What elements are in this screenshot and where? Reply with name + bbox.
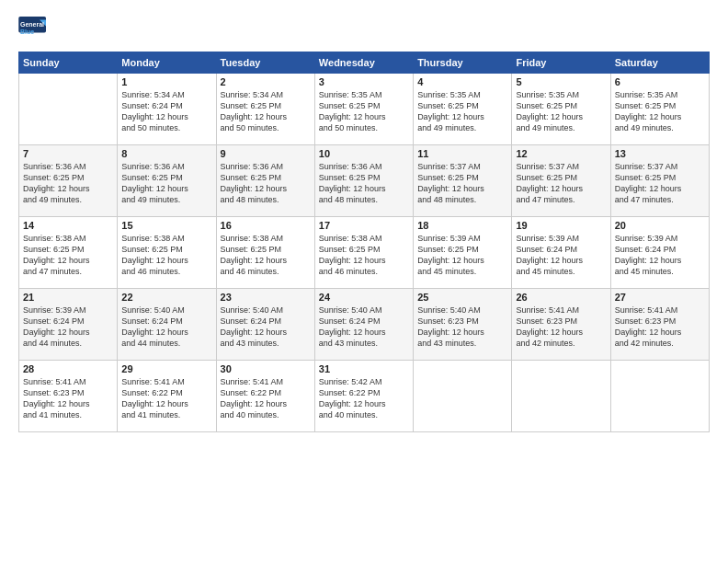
calendar-cell: 24Sunrise: 5:40 AM Sunset: 6:24 PM Dayli… xyxy=(314,289,413,361)
week-row-4: 21Sunrise: 5:39 AM Sunset: 6:24 PM Dayli… xyxy=(19,289,710,361)
day-info: Sunrise: 5:42 AM Sunset: 6:22 PM Dayligh… xyxy=(319,376,409,421)
calendar-cell: 13Sunrise: 5:37 AM Sunset: 6:25 PM Dayli… xyxy=(610,145,709,217)
calendar-cell: 2Sunrise: 5:34 AM Sunset: 6:25 PM Daylig… xyxy=(216,74,314,145)
day-number: 19 xyxy=(516,220,606,231)
day-number: 8 xyxy=(121,148,211,159)
day-number: 24 xyxy=(319,292,409,303)
calendar-cell: 17Sunrise: 5:38 AM Sunset: 6:25 PM Dayli… xyxy=(314,217,413,289)
header: General Blue xyxy=(18,17,710,42)
calendar-cell: 30Sunrise: 5:41 AM Sunset: 6:22 PM Dayli… xyxy=(216,361,314,432)
calendar-page: General Blue SundayMondayTuesdayWednesda… xyxy=(0,0,728,563)
calendar-cell xyxy=(19,74,118,145)
calendar-cell xyxy=(610,361,709,432)
calendar-cell: 27Sunrise: 5:41 AM Sunset: 6:23 PM Dayli… xyxy=(610,289,709,361)
day-number: 27 xyxy=(615,292,705,303)
calendar-cell: 21Sunrise: 5:39 AM Sunset: 6:24 PM Dayli… xyxy=(19,289,118,361)
calendar-cell: 18Sunrise: 5:39 AM Sunset: 6:25 PM Dayli… xyxy=(414,217,512,289)
day-info: Sunrise: 5:40 AM Sunset: 6:23 PM Dayligh… xyxy=(417,304,507,350)
calendar-cell xyxy=(512,361,610,432)
day-number: 17 xyxy=(319,220,409,231)
col-header-sunday: Sunday xyxy=(19,52,118,74)
day-number: 21 xyxy=(23,292,113,303)
day-number: 14 xyxy=(23,220,113,231)
day-info: Sunrise: 5:41 AM Sunset: 6:22 PM Dayligh… xyxy=(121,376,211,421)
day-info: Sunrise: 5:34 AM Sunset: 6:25 PM Dayligh… xyxy=(221,89,311,134)
calendar-cell: 16Sunrise: 5:38 AM Sunset: 6:25 PM Dayli… xyxy=(216,217,314,289)
day-info: Sunrise: 5:38 AM Sunset: 6:25 PM Dayligh… xyxy=(121,233,211,278)
day-info: Sunrise: 5:37 AM Sunset: 6:25 PM Dayligh… xyxy=(516,161,606,206)
day-info: Sunrise: 5:39 AM Sunset: 6:24 PM Dayligh… xyxy=(615,233,705,278)
day-number: 13 xyxy=(615,148,705,159)
day-info: Sunrise: 5:36 AM Sunset: 6:25 PM Dayligh… xyxy=(221,161,311,206)
calendar-table: SundayMondayTuesdayWednesdayThursdayFrid… xyxy=(18,52,710,432)
day-number: 23 xyxy=(221,292,311,303)
day-number: 5 xyxy=(516,76,606,87)
day-info: Sunrise: 5:40 AM Sunset: 6:24 PM Dayligh… xyxy=(221,304,311,350)
week-row-5: 28Sunrise: 5:41 AM Sunset: 6:23 PM Dayli… xyxy=(19,361,710,432)
day-number: 2 xyxy=(221,76,311,87)
day-info: Sunrise: 5:39 AM Sunset: 6:25 PM Dayligh… xyxy=(417,233,507,278)
day-number: 20 xyxy=(615,220,705,231)
calendar-cell: 28Sunrise: 5:41 AM Sunset: 6:23 PM Dayli… xyxy=(19,361,118,432)
day-number: 25 xyxy=(417,292,507,303)
calendar-cell: 23Sunrise: 5:40 AM Sunset: 6:24 PM Dayli… xyxy=(216,289,314,361)
week-row-2: 7Sunrise: 5:36 AM Sunset: 6:25 PM Daylig… xyxy=(19,145,710,217)
day-number: 3 xyxy=(319,76,409,87)
day-info: Sunrise: 5:36 AM Sunset: 6:25 PM Dayligh… xyxy=(121,161,211,206)
day-info: Sunrise: 5:41 AM Sunset: 6:22 PM Dayligh… xyxy=(221,376,311,421)
col-header-monday: Monday xyxy=(118,52,216,74)
calendar-cell: 19Sunrise: 5:39 AM Sunset: 6:24 PM Dayli… xyxy=(512,217,610,289)
col-header-friday: Friday xyxy=(512,52,610,74)
day-number: 7 xyxy=(23,148,113,159)
day-info: Sunrise: 5:35 AM Sunset: 6:25 PM Dayligh… xyxy=(516,89,606,134)
calendar-cell: 1Sunrise: 5:34 AM Sunset: 6:24 PM Daylig… xyxy=(118,74,216,145)
day-number: 15 xyxy=(121,220,211,231)
day-number: 30 xyxy=(221,363,311,374)
day-number: 28 xyxy=(23,363,113,374)
day-number: 29 xyxy=(121,363,211,374)
day-number: 18 xyxy=(417,220,507,231)
day-number: 31 xyxy=(319,363,409,374)
col-header-thursday: Thursday xyxy=(414,52,512,74)
day-info: Sunrise: 5:37 AM Sunset: 6:25 PM Dayligh… xyxy=(615,161,705,206)
logo-icon: General Blue xyxy=(18,17,48,42)
calendar-cell: 8Sunrise: 5:36 AM Sunset: 6:25 PM Daylig… xyxy=(118,145,216,217)
calendar-cell: 6Sunrise: 5:35 AM Sunset: 6:25 PM Daylig… xyxy=(610,74,709,145)
day-info: Sunrise: 5:36 AM Sunset: 6:25 PM Dayligh… xyxy=(23,161,113,206)
calendar-cell: 14Sunrise: 5:38 AM Sunset: 6:25 PM Dayli… xyxy=(19,217,118,289)
calendar-cell: 26Sunrise: 5:41 AM Sunset: 6:23 PM Dayli… xyxy=(512,289,610,361)
calendar-cell: 5Sunrise: 5:35 AM Sunset: 6:25 PM Daylig… xyxy=(512,74,610,145)
calendar-cell: 12Sunrise: 5:37 AM Sunset: 6:25 PM Dayli… xyxy=(512,145,610,217)
calendar-cell: 25Sunrise: 5:40 AM Sunset: 6:23 PM Dayli… xyxy=(414,289,512,361)
header-row: SundayMondayTuesdayWednesdayThursdayFrid… xyxy=(19,52,710,74)
calendar-cell: 15Sunrise: 5:38 AM Sunset: 6:25 PM Dayli… xyxy=(118,217,216,289)
svg-text:General: General xyxy=(20,21,44,28)
day-info: Sunrise: 5:38 AM Sunset: 6:25 PM Dayligh… xyxy=(221,233,311,278)
day-info: Sunrise: 5:41 AM Sunset: 6:23 PM Dayligh… xyxy=(516,304,606,350)
day-number: 4 xyxy=(417,76,507,87)
calendar-cell xyxy=(414,361,512,432)
calendar-cell: 20Sunrise: 5:39 AM Sunset: 6:24 PM Dayli… xyxy=(610,217,709,289)
calendar-cell: 4Sunrise: 5:35 AM Sunset: 6:25 PM Daylig… xyxy=(414,74,512,145)
svg-text:Blue: Blue xyxy=(20,29,34,35)
calendar-cell: 10Sunrise: 5:36 AM Sunset: 6:25 PM Dayli… xyxy=(314,145,413,217)
day-info: Sunrise: 5:37 AM Sunset: 6:25 PM Dayligh… xyxy=(417,161,507,206)
day-info: Sunrise: 5:41 AM Sunset: 6:23 PM Dayligh… xyxy=(23,376,113,421)
day-number: 22 xyxy=(121,292,211,303)
day-info: Sunrise: 5:39 AM Sunset: 6:24 PM Dayligh… xyxy=(516,233,606,278)
day-number: 9 xyxy=(221,148,311,159)
day-info: Sunrise: 5:35 AM Sunset: 6:25 PM Dayligh… xyxy=(615,89,705,134)
day-info: Sunrise: 5:35 AM Sunset: 6:25 PM Dayligh… xyxy=(319,89,409,134)
col-header-saturday: Saturday xyxy=(610,52,709,74)
calendar-cell: 29Sunrise: 5:41 AM Sunset: 6:22 PM Dayli… xyxy=(118,361,216,432)
day-number: 10 xyxy=(319,148,409,159)
day-number: 12 xyxy=(516,148,606,159)
day-info: Sunrise: 5:39 AM Sunset: 6:24 PM Dayligh… xyxy=(23,304,113,350)
col-header-wednesday: Wednesday xyxy=(314,52,413,74)
week-row-1: 1Sunrise: 5:34 AM Sunset: 6:24 PM Daylig… xyxy=(19,74,710,145)
calendar-cell: 11Sunrise: 5:37 AM Sunset: 6:25 PM Dayli… xyxy=(414,145,512,217)
calendar-cell: 9Sunrise: 5:36 AM Sunset: 6:25 PM Daylig… xyxy=(216,145,314,217)
logo: General Blue xyxy=(18,17,51,42)
day-number: 6 xyxy=(615,76,705,87)
day-info: Sunrise: 5:41 AM Sunset: 6:23 PM Dayligh… xyxy=(615,304,705,350)
